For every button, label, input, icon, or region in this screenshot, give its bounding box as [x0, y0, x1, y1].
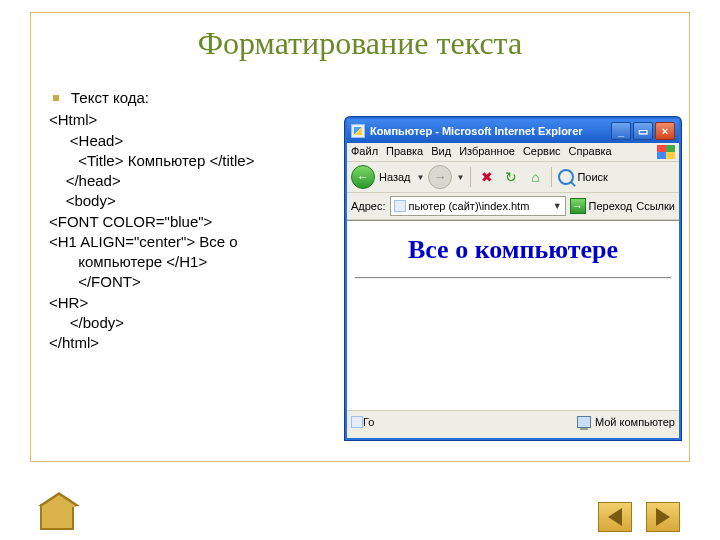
go-button[interactable]: → Переход: [570, 198, 633, 214]
code-line: </html>: [49, 333, 349, 353]
toolbar: ← Назад ▼ → ▼ ✖ ↻ ⌂ Поиск: [347, 162, 679, 193]
code-line: </body>: [49, 313, 349, 333]
status-text: Го: [363, 416, 374, 428]
maximize-button[interactable]: ▭: [633, 122, 653, 140]
address-value: пьютер (сайт)\index.htm: [409, 200, 530, 212]
next-slide-button[interactable]: [646, 502, 680, 532]
address-bar: Адрес: пьютер (сайт)\index.htm ▼ → Перех…: [347, 193, 679, 220]
arrow-left-icon: [608, 508, 622, 526]
prev-slide-button[interactable]: [598, 502, 632, 532]
menu-edit[interactable]: Правка: [386, 145, 423, 159]
close-button[interactable]: ×: [655, 122, 675, 140]
menubar: Файл Правка Вид Избранное Сервис Справка: [347, 143, 679, 162]
menu-view[interactable]: Вид: [431, 145, 451, 159]
ie-app-icon: [351, 124, 365, 138]
back-label: Назад: [379, 171, 411, 183]
menu-file[interactable]: Файл: [351, 145, 378, 159]
home-button[interactable]: [40, 504, 74, 530]
status-zone: Мой компьютер: [595, 416, 675, 428]
toolbar-separator: [551, 167, 552, 187]
window-controls: _ ▭ ×: [611, 122, 675, 140]
rendered-divider: [355, 277, 671, 279]
forward-button[interactable]: →: [428, 165, 452, 189]
slide-nav-footer: [0, 502, 720, 532]
menu-help[interactable]: Справка: [569, 145, 612, 159]
menu-tools[interactable]: Сервис: [523, 145, 561, 159]
code-line: <Title> Компьютер </title>: [49, 151, 349, 171]
page-viewport: Все о компьютере: [347, 220, 679, 410]
minimize-button[interactable]: _: [611, 122, 631, 140]
bullet-icon: [53, 95, 59, 101]
search-label: Поиск: [577, 171, 607, 183]
go-arrow-icon: →: [570, 198, 586, 214]
menu-favorites[interactable]: Избранное: [459, 145, 515, 159]
search-button[interactable]: Поиск: [558, 169, 607, 185]
code-line: <body>: [49, 191, 349, 211]
browser-window: Компьютер - Microsoft Internet Explorer …: [345, 117, 681, 440]
arrow-right-icon: [656, 508, 670, 526]
stop-icon[interactable]: ✖: [477, 167, 497, 187]
code-line: <Html>: [49, 110, 349, 130]
code-line: компьютере </H1>: [49, 252, 349, 272]
bullet-row: Текст кода:: [49, 88, 349, 108]
back-button[interactable]: ←: [351, 165, 375, 189]
refresh-icon[interactable]: ↻: [501, 167, 521, 187]
bullet-label: Текст кода:: [71, 88, 149, 108]
computer-icon: [577, 416, 591, 428]
status-page-icon: [351, 416, 363, 428]
address-label: Адрес:: [351, 200, 386, 212]
code-line: </head>: [49, 171, 349, 191]
links-label[interactable]: Ссылки: [636, 200, 675, 212]
search-icon: [558, 169, 574, 185]
code-line: <FONT COLOR="blue">: [49, 212, 349, 232]
page-icon: [394, 200, 406, 212]
code-line: <Head>: [49, 131, 349, 151]
window-title: Компьютер - Microsoft Internet Explorer: [370, 125, 611, 137]
statusbar: Го Мой компьютер: [347, 410, 679, 432]
code-line: <HR>: [49, 293, 349, 313]
slide-title: Форматирование текста: [31, 13, 689, 70]
code-column: Текст кода: <Html> <Head> <Title> Компью…: [49, 88, 349, 353]
rendered-page-heading: Все о компьютере: [355, 235, 671, 265]
code-line: <H1 ALIGN="center"> Все о: [49, 232, 349, 252]
toolbar-separator: [470, 167, 471, 187]
code-line: </FONT>: [49, 272, 349, 292]
address-dropdown-icon[interactable]: ▼: [553, 201, 562, 211]
home-icon[interactable]: ⌂: [525, 167, 545, 187]
titlebar: Компьютер - Microsoft Internet Explorer …: [347, 119, 679, 143]
address-input[interactable]: пьютер (сайт)\index.htm ▼: [390, 196, 566, 216]
forward-dropdown-icon[interactable]: ▼: [456, 173, 464, 182]
go-label: Переход: [589, 200, 633, 212]
windows-logo-icon: [657, 145, 675, 159]
back-dropdown-icon[interactable]: ▼: [417, 173, 425, 182]
